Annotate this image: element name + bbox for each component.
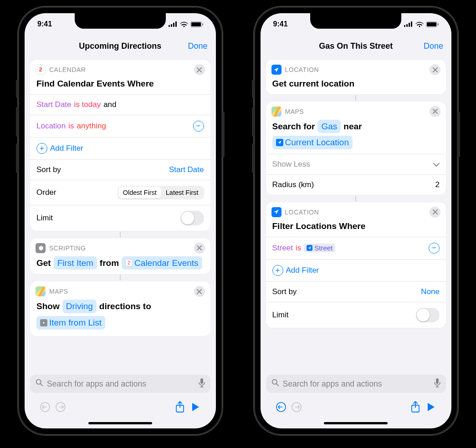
filter-row[interactable]: Location is anything − [30,115,210,137]
token-calendar-events[interactable]: 2 Calendar Events [122,256,202,270]
svg-rect-18 [438,23,439,25]
card-app-label: LOCATION [285,209,319,216]
card-title: Show Driving directions to Item from Lis… [30,299,210,334]
token-gas[interactable]: Gas [317,120,341,133]
svg-rect-20 [436,378,439,384]
workflow-content: LOCATION Get current location MAPS [261,57,452,372]
share-button[interactable] [172,399,188,415]
action-card-location[interactable]: LOCATION Get current location [266,60,446,94]
card-title: Filter Locations Where [266,219,446,237]
wifi-icon [415,21,424,27]
token-current-location[interactable]: Current Location [272,136,353,149]
card-app-label: MAPS [285,108,304,115]
close-icon[interactable] [430,64,440,75]
bottom-toolbar [25,397,216,417]
svg-rect-8 [200,378,203,384]
share-button[interactable] [408,399,423,415]
navbar: Gas On This Street Done [261,35,452,57]
svg-rect-5 [191,22,201,26]
run-button[interactable] [423,399,439,415]
card-title: Find Calendar Events Where [30,77,210,94]
close-icon[interactable] [430,207,440,218]
remove-filter-button[interactable]: − [429,243,440,254]
status-time: 9:41 [273,20,288,28]
action-card-scripting[interactable]: SCRIPTING Get First Item from 2 Calendar… [30,238,210,275]
notch [310,13,401,29]
bottom-toolbar [261,397,452,417]
plus-icon: + [272,265,283,276]
remove-filter-button[interactable]: − [193,121,204,132]
svg-rect-17 [427,22,436,26]
battery-icon [426,21,439,27]
undo-button[interactable] [273,399,289,415]
battery-icon [190,21,203,27]
done-button[interactable]: Done [188,41,207,51]
cellular-icon [169,21,178,27]
search-input[interactable]: Search for apps and actions [30,375,210,393]
svg-rect-6 [202,23,203,25]
search-input[interactable]: Search for apps and actions [266,375,446,393]
close-icon[interactable] [194,64,205,75]
add-filter-button[interactable]: + Add Filter [30,137,210,159]
order-latest-first[interactable]: Latest First [161,187,203,199]
mic-icon[interactable] [434,378,440,390]
card-app-label: MAPS [49,288,68,295]
calendar-icon: 2 [36,65,46,75]
svg-rect-13 [406,24,408,27]
close-icon[interactable] [430,106,440,117]
iphone-frame-right: 9:41 Gas On This Street Done LOCATION [254,7,458,435]
card-app-label: CALENDAR [49,66,86,73]
token-item-from-list[interactable]: Item from List [36,316,105,330]
filter-row[interactable]: Street is Street − [266,237,446,259]
limit-switch[interactable] [416,308,440,322]
notch [75,13,166,29]
limit-switch[interactable] [180,211,204,225]
location-icon [271,207,282,217]
show-less-button[interactable]: Show Less [266,154,446,174]
add-filter-button[interactable]: + Add Filter [266,259,446,281]
undo-button[interactable] [37,399,53,415]
gear-icon [36,243,46,253]
svg-rect-12 [404,25,405,27]
action-card-calendar[interactable]: 2 CALENDAR Find Calendar Events Where St… [30,60,210,231]
redo-button[interactable] [289,399,304,415]
token-driving[interactable]: Driving [62,300,97,313]
close-icon[interactable] [194,243,205,254]
maps-icon [36,286,46,296]
close-icon[interactable] [194,286,205,297]
svg-rect-1 [171,24,172,27]
token-street[interactable]: Street [304,244,335,252]
order-oldest-first[interactable]: Oldest First [118,187,161,199]
run-button[interactable] [188,399,203,415]
action-card-maps[interactable]: MAPS Search for Gas near Current Locatio… [266,102,446,195]
sort-by-row[interactable]: Sort by None [266,281,446,302]
page-title: Upcoming Directions [79,41,161,51]
redo-button[interactable] [53,399,68,415]
sort-by-row[interactable]: Sort by Start Date [30,159,210,180]
plus-icon: + [36,143,47,154]
navbar: Upcoming Directions Done [25,35,216,57]
maps-icon [271,107,282,117]
svg-point-7 [36,380,41,384]
search-icon [271,379,279,389]
wifi-icon [180,21,188,27]
card-app-label: LOCATION [285,66,319,73]
svg-rect-3 [175,21,177,27]
cellular-icon [404,21,413,27]
home-indicator [25,417,216,428]
filter-row[interactable]: Start Date is today and [30,94,210,115]
svg-rect-0 [169,25,170,27]
action-card-filter-location[interactable]: LOCATION Filter Locations Where Street i… [266,202,446,328]
search-placeholder: Search for apps and actions [283,379,382,389]
done-button[interactable]: Done [424,41,443,51]
limit-row[interactable]: Limit [30,205,210,231]
order-row[interactable]: Order Oldest First Latest First [30,180,210,205]
card-title: Search for Gas near Current Location [266,119,446,154]
order-segmented[interactable]: Oldest First Latest First [118,186,204,199]
mic-icon[interactable] [199,378,205,390]
action-card-maps[interactable]: MAPS Show Driving directions to Item fro… [30,281,210,336]
limit-row[interactable]: Limit [266,302,446,328]
search-icon [36,379,43,389]
radius-row[interactable]: Radius (km) 2 [266,174,446,195]
token-first-item[interactable]: First Item [54,256,97,270]
